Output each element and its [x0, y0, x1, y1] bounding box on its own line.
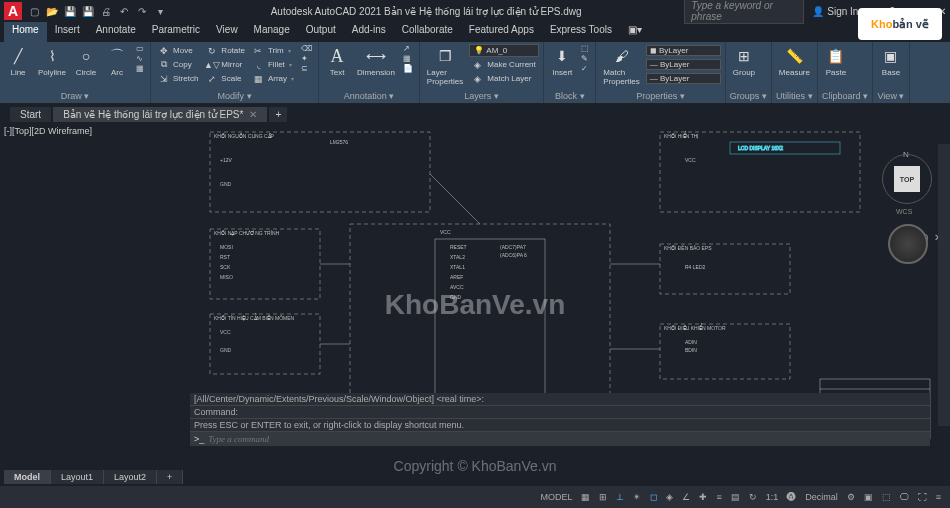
tab-view[interactable]: View: [208, 22, 246, 42]
mirror-button[interactable]: ▲▽Mirror: [203, 58, 247, 71]
panel-layers-title[interactable]: Layers ▾: [424, 90, 539, 101]
copy-button[interactable]: ⧉Copy: [155, 58, 200, 71]
drawing-canvas[interactable]: [-][Top][2D Wireframe] — ▢ ✕ KHỐI NGUỒN …: [0, 124, 950, 486]
tab-express[interactable]: Express Tools: [542, 22, 620, 42]
sb-grid-icon[interactable]: ▦: [578, 491, 593, 503]
sb-osnap-icon[interactable]: ◻: [647, 491, 660, 503]
attr-icon[interactable]: ✓: [579, 64, 591, 73]
viewcube[interactable]: N TOP WCS: [882, 154, 932, 204]
sb-hardware-icon[interactable]: 🖵: [897, 491, 912, 503]
tab-annotate[interactable]: Annotate: [88, 22, 144, 42]
layout-tab-add[interactable]: +: [157, 470, 183, 484]
viewcube-face[interactable]: TOP: [894, 166, 920, 192]
tab-manage[interactable]: Manage: [246, 22, 298, 42]
qat-saveas-icon[interactable]: 💾: [80, 3, 96, 19]
tab-home[interactable]: Home: [4, 22, 47, 42]
sb-3dosnap-icon[interactable]: ◈: [663, 491, 676, 503]
match-layer-button[interactable]: ◈Match Layer: [469, 72, 539, 85]
sb-qp-icon[interactable]: ▣: [861, 491, 876, 503]
qat-new-icon[interactable]: ▢: [26, 3, 42, 19]
sb-snap-icon[interactable]: ⊞: [596, 491, 610, 503]
dimension-button[interactable]: ⟷Dimension: [354, 44, 398, 78]
sb-scale[interactable]: 1:1: [763, 491, 782, 503]
line-button[interactable]: ╱Line: [4, 44, 32, 78]
layout-tab-model[interactable]: Model: [4, 470, 51, 484]
panel-modify-title[interactable]: Modify ▾: [155, 90, 314, 101]
base-button[interactable]: ▣Base: [877, 44, 905, 78]
sb-transparency-icon[interactable]: ▤: [728, 491, 743, 503]
app-logo[interactable]: A: [4, 2, 22, 20]
tab-addins[interactable]: Add-ins: [344, 22, 394, 42]
stretch-button[interactable]: ⇲Stretch: [155, 72, 200, 85]
panel-utilities-title[interactable]: Utilities ▾: [776, 90, 813, 101]
spline-icon[interactable]: ∿: [134, 54, 146, 63]
sb-annoscale-icon[interactable]: 🅐: [784, 491, 799, 503]
doctab-start[interactable]: Start: [10, 107, 51, 122]
rect-icon[interactable]: ▭: [134, 44, 146, 53]
panel-annotation-title[interactable]: Annotation ▾: [323, 90, 415, 101]
circle-button[interactable]: ○Circle: [72, 44, 100, 78]
panel-view-title[interactable]: View ▾: [877, 90, 905, 101]
sb-clean-icon[interactable]: ⛶: [915, 491, 930, 503]
sb-cycle-icon[interactable]: ↻: [746, 491, 760, 503]
rotate-button[interactable]: ↻Rotate: [203, 44, 247, 57]
doctab-close-icon[interactable]: ✕: [249, 109, 257, 120]
doctab-current[interactable]: Bản vẽ Hệ thống lái trợ lực điện tử EPS*…: [53, 107, 267, 122]
qat-open-icon[interactable]: 📂: [44, 3, 60, 19]
hatch-icon[interactable]: ▦: [134, 64, 146, 73]
sb-model[interactable]: MODEL: [537, 491, 575, 503]
leader-icon[interactable]: ↗: [401, 44, 415, 53]
qat-plot-icon[interactable]: 🖨: [98, 3, 114, 19]
sb-workspace-icon[interactable]: ⚙: [844, 491, 858, 503]
command-line[interactable]: [All/Center/Dynamic/Extents/Previous/Sca…: [190, 393, 930, 446]
polyline-button[interactable]: ⌇Polyline: [35, 44, 69, 78]
layer-properties-button[interactable]: ❒Layer Properties: [424, 44, 466, 87]
sb-custom-icon[interactable]: ≡: [933, 491, 944, 503]
vertical-scrollbar[interactable]: [938, 144, 950, 426]
create-block-icon[interactable]: ⬚: [579, 44, 591, 53]
sb-decimal[interactable]: Decimal: [802, 491, 841, 503]
match-properties-button[interactable]: 🖌Match Properties: [600, 44, 642, 87]
tab-insert[interactable]: Insert: [47, 22, 88, 42]
offset-icon[interactable]: ⊆: [299, 64, 314, 73]
viewport-label[interactable]: [-][Top][2D Wireframe]: [4, 126, 92, 136]
insert-button[interactable]: ⬇Insert: [548, 44, 576, 78]
explode-icon[interactable]: ✦: [299, 54, 314, 63]
group-button[interactable]: ⊞Group: [730, 44, 758, 78]
trim-button[interactable]: ✂Trim▾: [250, 44, 296, 57]
sb-polar-icon[interactable]: ✴: [630, 491, 644, 503]
sb-lwt-icon[interactable]: ≡: [713, 491, 724, 503]
help-search-input[interactable]: Type a keyword or phrase: [684, 0, 804, 24]
mtext-icon[interactable]: 📄: [401, 64, 415, 73]
tab-focus-icon[interactable]: ▣▾: [620, 22, 650, 42]
color-combo[interactable]: ◼ ByLayer: [646, 45, 721, 56]
panel-properties-title[interactable]: Properties ▾: [600, 90, 720, 101]
navigation-wheel[interactable]: [888, 224, 928, 264]
panel-clipboard-title[interactable]: Clipboard ▾: [822, 90, 868, 101]
qat-save-icon[interactable]: 💾: [62, 3, 78, 19]
linetype-combo[interactable]: — ByLayer: [646, 73, 721, 84]
measure-button[interactable]: 📏Measure: [776, 44, 813, 78]
sb-otrack-icon[interactable]: ∠: [679, 491, 693, 503]
command-input[interactable]: [208, 434, 926, 444]
doctab-new-icon[interactable]: +: [269, 107, 287, 122]
tab-featured[interactable]: Featured Apps: [461, 22, 542, 42]
make-current-button[interactable]: ◈Make Current: [469, 58, 539, 71]
qat-undo-icon[interactable]: ↶: [116, 3, 132, 19]
sb-dyninput-icon[interactable]: ✚: [696, 491, 710, 503]
layout-tab-1[interactable]: Layout1: [51, 470, 104, 484]
qat-more-icon[interactable]: ▾: [152, 3, 168, 19]
fillet-button[interactable]: ◟Fillet▾: [250, 58, 296, 71]
layout-tab-2[interactable]: Layout2: [104, 470, 157, 484]
sb-ortho-icon[interactable]: ⊥: [613, 491, 627, 503]
viewcube-wcs[interactable]: WCS: [896, 208, 912, 215]
panel-draw-title[interactable]: Draw ▾: [4, 90, 146, 101]
text-button[interactable]: AText: [323, 44, 351, 78]
edit-block-icon[interactable]: ✎: [579, 54, 591, 63]
tab-collaborate[interactable]: Collaborate: [394, 22, 461, 42]
scale-button[interactable]: ⤢Scale: [203, 72, 247, 85]
array-button[interactable]: ▦Array▾: [250, 72, 296, 85]
erase-icon[interactable]: ⌫: [299, 44, 314, 53]
lineweight-combo[interactable]: — ByLayer: [646, 59, 721, 70]
panel-groups-title[interactable]: Groups ▾: [730, 90, 767, 101]
